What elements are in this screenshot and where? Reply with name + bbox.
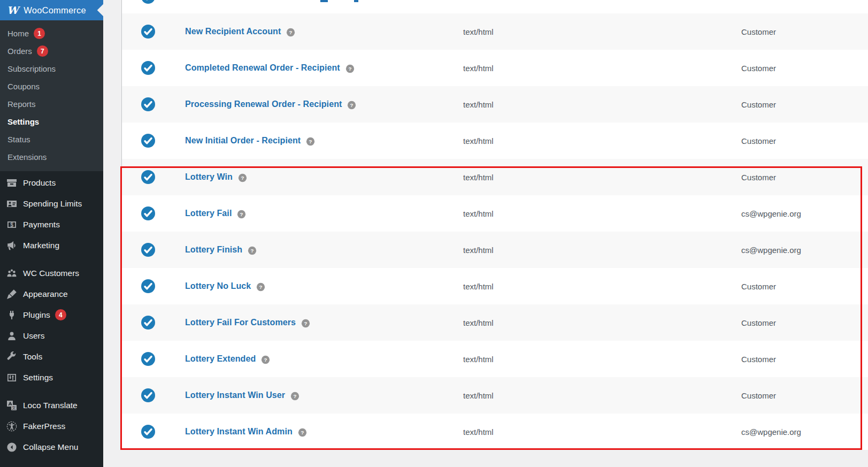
- help-icon[interactable]: [248, 246, 257, 255]
- status-enabled-icon: [141, 243, 155, 257]
- status-enabled-icon: [141, 134, 155, 148]
- help-icon[interactable]: [238, 173, 247, 182]
- content-type-value: text/html: [463, 282, 494, 291]
- status-enabled-icon: [141, 170, 155, 184]
- menu-item-label: FakerPress: [23, 422, 65, 431]
- menu-item-label: Orders: [7, 47, 32, 56]
- email-name-cell: Processing Renewal Order - Recipient: [185, 99, 356, 110]
- content-type-value: text/html: [463, 391, 494, 400]
- products-box-icon: [6, 178, 17, 188]
- admin-content-area: New Recipient Account text/html Customer…: [103, 0, 868, 467]
- group-icon: [6, 268, 17, 279]
- sidebar-item-products[interactable]: Products: [0, 172, 103, 193]
- help-icon[interactable]: [306, 137, 315, 146]
- woocommerce-submenu: Home1 Orders7 Subscriptions Coupons Repo…: [0, 20, 103, 171]
- clipped-text-fragment: [354, 0, 358, 2]
- content-type-value: text/html: [463, 64, 494, 73]
- sidebar-item-woocommerce[interactable]: W WooCommerce: [0, 0, 103, 20]
- wrench-icon: [6, 351, 17, 362]
- count-badge: 7: [37, 45, 48, 57]
- email-row-lottery-fail: Lottery Fail text/html cs@wpgenie.org: [122, 195, 868, 232]
- sidebar-item-orders[interactable]: Orders7: [0, 42, 103, 60]
- sidebar-item-appearance[interactable]: Appearance: [0, 284, 103, 304]
- help-icon[interactable]: [345, 64, 355, 73]
- menu-item-label: Appearance: [23, 289, 68, 299]
- email-name-link[interactable]: Lottery Win: [185, 172, 233, 182]
- email-name-link[interactable]: Lottery Fail: [185, 209, 232, 218]
- email-name-link[interactable]: Lottery Instant Win User: [185, 391, 285, 400]
- email-name-link[interactable]: Lottery Fail For Customers: [185, 318, 296, 327]
- content-type-value: text/html: [463, 246, 494, 255]
- sidebar-item-users[interactable]: Users: [0, 325, 103, 346]
- sidebar-item-spending-limits[interactable]: Spending Limits: [0, 193, 103, 214]
- email-row-lottery-instant-win-admin: Lottery Instant Win Admin text/html cs@w…: [122, 414, 868, 450]
- help-icon[interactable]: [237, 210, 246, 219]
- help-icon[interactable]: [261, 355, 270, 364]
- sidebar-item-loco-translate[interactable]: Loco Translate: [0, 395, 103, 416]
- help-icon[interactable]: [286, 28, 295, 37]
- recipient-value: cs@wpgenie.org: [741, 246, 801, 255]
- email-name-cell: Lottery Fail For Customers: [185, 317, 310, 328]
- sidebar-item-reports[interactable]: Reports: [0, 95, 103, 113]
- email-name-link[interactable]: New Recipient Account: [185, 27, 281, 36]
- email-name-link[interactable]: Lottery No Luck: [185, 281, 251, 291]
- menu-item-label: Users: [23, 331, 44, 341]
- email-name-link[interactable]: New Initial Order - Recipient: [185, 136, 301, 146]
- woocommerce-menu-label: WooCommerce: [24, 5, 86, 16]
- sidebar-item-home[interactable]: Home1: [0, 25, 103, 42]
- content-type-value: text/html: [463, 209, 494, 218]
- email-name-cell: New Initial Order - Recipient: [185, 135, 315, 146]
- content-type-value: text/html: [463, 318, 494, 327]
- menu-item-label: Marketing: [23, 241, 59, 250]
- sidebar-item-marketing[interactable]: Marketing: [0, 235, 103, 256]
- sidebar-item-subscriptions[interactable]: Subscriptions: [0, 60, 103, 78]
- plug-icon: [6, 310, 17, 320]
- sidebar-item-status[interactable]: Status: [0, 131, 103, 148]
- sidebar-item-fakerpress[interactable]: FakerPress: [0, 416, 103, 437]
- sidebar-item-tools[interactable]: Tools: [0, 346, 103, 367]
- email-name-link[interactable]: Lottery Extended: [185, 354, 256, 364]
- content-type-value: text/html: [463, 136, 494, 146]
- help-icon[interactable]: [347, 101, 356, 110]
- menu-item-label: Subscriptions: [7, 64, 56, 73]
- status-enabled-icon: [141, 0, 155, 4]
- content-type-value: text/html: [463, 100, 494, 109]
- help-icon[interactable]: [256, 282, 265, 292]
- email-row-lottery-extended: Lottery Extended text/html Customer: [122, 341, 868, 377]
- status-enabled-icon: [141, 425, 155, 439]
- help-icon[interactable]: [290, 392, 299, 401]
- menu-item-label: Collapse Menu: [23, 442, 78, 452]
- sidebar-item-settings[interactable]: Settings: [0, 367, 103, 388]
- recipient-value: Customer: [741, 282, 776, 291]
- email-name-link[interactable]: Lottery Instant Win Admin: [185, 427, 293, 437]
- sidebar-item-collapse-menu[interactable]: Collapse Menu: [0, 437, 103, 457]
- sidebar-item-coupons[interactable]: Coupons: [0, 78, 103, 95]
- help-icon[interactable]: [298, 428, 307, 437]
- email-row-new-initial-order-recipient: New Initial Order - Recipient text/html …: [122, 123, 868, 159]
- email-name-link[interactable]: Completed Renewal Order - Recipient: [185, 63, 340, 73]
- content-type-value: text/html: [463, 427, 494, 437]
- email-notifications-table: New Recipient Account text/html Customer…: [121, 0, 868, 450]
- email-name-link[interactable]: Processing Renewal Order - Recipient: [185, 99, 342, 109]
- help-icon[interactable]: [301, 319, 310, 328]
- sidebar-item-extensions[interactable]: Extensions: [0, 148, 103, 166]
- email-row-lottery-finish: Lottery Finish text/html cs@wpgenie.org: [122, 232, 868, 268]
- sidebar-item-settings[interactable]: Settings: [0, 113, 103, 131]
- email-name-link[interactable]: Lottery Finish: [185, 245, 242, 255]
- email-name-cell: New Recipient Account: [185, 26, 295, 37]
- email-row-completed-renewal-order-recipient: Completed Renewal Order - Recipient text…: [122, 50, 868, 86]
- recipient-value: Customer: [741, 64, 776, 73]
- email-name-cell: Lottery Fail: [185, 208, 246, 219]
- email-name-cell: Lottery No Luck: [185, 281, 265, 292]
- email-row-processing-renewal-order-recipient: Processing Renewal Order - Recipient tex…: [122, 86, 868, 123]
- sidebar-item-wc-customers[interactable]: WC Customers: [0, 263, 103, 284]
- dollar-icon: [6, 219, 17, 230]
- sidebar-item-payments[interactable]: Payments: [0, 214, 103, 235]
- status-enabled-icon: [141, 316, 155, 330]
- email-row-lottery-no-luck: Lottery No Luck text/html Customer: [122, 268, 868, 304]
- sidebar-item-plugins[interactable]: Plugins 4: [0, 304, 103, 325]
- menu-item-label: Reports: [7, 99, 36, 109]
- recipient-value: Customer: [741, 318, 776, 327]
- menu-item-label: Payments: [23, 220, 60, 229]
- recipient-value: Customer: [741, 355, 776, 364]
